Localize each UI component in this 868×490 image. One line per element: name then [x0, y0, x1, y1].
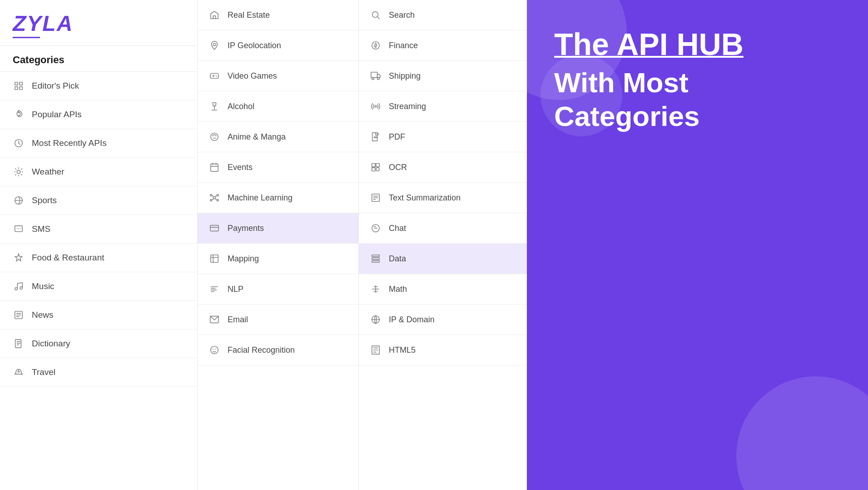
finance-icon: [370, 40, 382, 51]
face-icon: [208, 344, 220, 356]
svg-point-18: [20, 228, 21, 229]
right-item-search[interactable]: Search: [359, 0, 527, 30]
right-item-pdf[interactable]: PDF: [359, 122, 527, 152]
mid-item-label: Anime & Manga: [228, 132, 286, 142]
mid-item-real-estate[interactable]: Real Estate: [198, 0, 358, 30]
mid-item-label: Events: [228, 163, 253, 172]
svg-line-9: [21, 175, 22, 175]
svg-point-74: [376, 168, 379, 171]
alcohol-icon: [208, 100, 220, 112]
sidebar-item-label: Popular APIs: [32, 110, 82, 120]
right-item-label: Chat: [389, 224, 406, 233]
sidebar-item-sports[interactable]: Sports: [0, 186, 197, 215]
hero-circle-decoration: [541, 55, 622, 136]
mapping-icon: [208, 253, 220, 265]
sidebar-item-label: Dictionary: [32, 339, 70, 349]
right-item-label: Data: [389, 254, 406, 264]
geo-icon: [208, 40, 220, 51]
sidebar-item-editors-pick[interactable]: Editor's Pick: [0, 72, 197, 100]
svg-point-34: [216, 75, 217, 76]
sidebar-item-label: Sports: [32, 195, 57, 205]
mid-item-label: IP Geolocation: [228, 41, 281, 50]
ml-icon: [208, 192, 220, 204]
right-item-math[interactable]: Math: [359, 274, 527, 305]
nlp-icon: [208, 283, 220, 295]
sidebar-item-music[interactable]: Music: [0, 272, 197, 301]
mid-item-nlp[interactable]: NLP: [198, 274, 358, 305]
mid-item-payments[interactable]: Payments: [198, 213, 358, 244]
mid-item-label: Payments: [228, 224, 264, 233]
sidebar-item-label: Travel: [32, 367, 55, 377]
mid-item-label: NLP: [228, 285, 243, 294]
sidebar-item-travel[interactable]: Travel: [0, 358, 197, 387]
sidebar-item-news[interactable]: News: [0, 301, 197, 330]
mid-item-label: Video Games: [228, 71, 277, 81]
right-item-text-summarization[interactable]: Text Summarization: [359, 183, 527, 213]
sidebar-items: Editor's Pick Popular APIs Most Recently…: [0, 72, 197, 490]
svg-point-16: [16, 228, 17, 229]
sidebar-item-label: Editor's Pick: [32, 81, 79, 91]
right-item-label: Shipping: [389, 71, 421, 81]
mid-item-label: Alcohol: [228, 102, 254, 111]
right-item-streaming[interactable]: Streaming: [359, 91, 527, 122]
logo-area: ZYLA: [0, 0, 197, 46]
right-item-html5[interactable]: HTML5: [359, 335, 527, 365]
food-icon: [13, 252, 25, 264]
sidebar-item-weather[interactable]: Weather: [0, 158, 197, 186]
mid-item-machine-learning[interactable]: Machine Learning: [198, 183, 358, 213]
sidebar-item-popular-apis[interactable]: Popular APIs: [0, 100, 197, 129]
svg-point-19: [15, 288, 18, 290]
svg-point-65: [372, 78, 374, 80]
right-item-ip-domain[interactable]: IP & Domain: [359, 305, 527, 335]
svg-line-49: [212, 195, 214, 197]
middle-column: Real Estate IP Geolocation Video Games A…: [198, 0, 359, 490]
svg-rect-71: [372, 164, 375, 167]
sidebar-item-label: Food & Restaurant: [32, 253, 104, 263]
right-item-finance[interactable]: Finance: [359, 30, 527, 61]
mid-item-events[interactable]: Events: [198, 152, 358, 183]
mid-item-email[interactable]: Email: [198, 305, 358, 335]
sidebar-item-sms[interactable]: SMS: [0, 215, 197, 244]
mid-item-anime-manga[interactable]: Anime & Manga: [198, 122, 358, 152]
svg-line-8: [15, 169, 16, 169]
svg-rect-70: [374, 137, 377, 138]
sidebar-item-most-recently[interactable]: Most Recently APIs: [0, 129, 197, 158]
right-item-label: Finance: [389, 41, 418, 50]
ocr-icon: [370, 161, 382, 173]
sidebar-item-label: Music: [32, 281, 55, 291]
svg-point-60: [213, 349, 213, 350]
sidebar-item-label: SMS: [32, 224, 50, 234]
mid-item-ip-geolocation[interactable]: IP Geolocation: [198, 30, 358, 61]
mid-item-mapping[interactable]: Mapping: [198, 244, 358, 274]
sms-icon: [13, 223, 25, 235]
events-icon: [208, 161, 220, 173]
svg-line-52: [215, 199, 217, 200]
grid-icon: [13, 80, 25, 92]
pdf-icon: [370, 131, 382, 143]
svg-point-30: [213, 43, 216, 46]
svg-rect-0: [15, 82, 18, 85]
right-item-shipping[interactable]: Shipping: [359, 61, 527, 91]
sidebar-item-dictionary[interactable]: Dictionary: [0, 330, 197, 358]
svg-point-67: [375, 105, 377, 107]
svg-point-61: [215, 349, 216, 350]
mid-item-label: Real Estate: [228, 10, 270, 20]
mid-item-facial-recognition[interactable]: Facial Recognition: [198, 335, 358, 365]
right-item-data[interactable]: Data: [359, 244, 527, 274]
svg-point-38: [211, 133, 218, 141]
mid-item-video-games[interactable]: Video Games: [198, 61, 358, 91]
streaming-icon: [370, 100, 382, 112]
right-item-chat[interactable]: Chat: [359, 213, 527, 244]
mid-item-alcohol[interactable]: Alcohol: [198, 91, 358, 122]
mid-item-label: Email: [228, 315, 248, 325]
svg-rect-73: [372, 168, 375, 171]
sidebar-item-food-restaurant[interactable]: Food & Restaurant: [0, 244, 197, 272]
sidebar: ZYLA Categories Editor's Pick Popular AP…: [0, 0, 198, 490]
right-item-label: HTML5: [389, 345, 416, 355]
music-icon: [13, 280, 25, 292]
svg-rect-53: [210, 225, 218, 231]
logo-underline: [13, 37, 40, 38]
right-item-ocr[interactable]: OCR: [359, 152, 527, 183]
clock-icon: [13, 137, 25, 149]
svg-rect-82: [372, 261, 380, 263]
